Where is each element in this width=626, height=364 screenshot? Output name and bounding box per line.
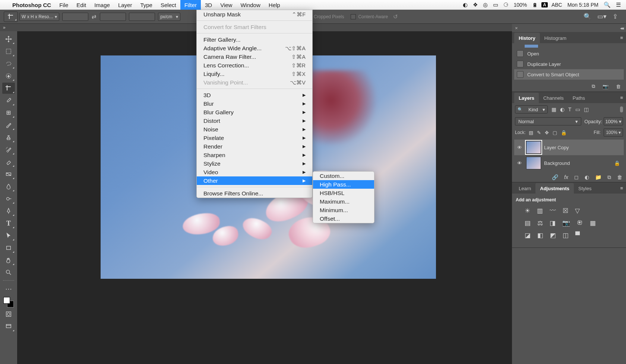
adj-vibrance-icon[interactable]: ▽ [575,207,580,215]
new-layer-icon[interactable]: ⧉ [607,174,611,181]
hand-tool[interactable] [2,255,15,266]
layer-row[interactable]: 👁 Layer Copy [514,140,624,155]
pen-tool[interactable] [2,205,15,217]
adjustment-layer-icon[interactable]: ◐ [585,174,589,180]
panel-menu-icon[interactable]: ≡ [620,95,623,100]
marquee-tool[interactable] [2,46,15,57]
panel-collapse-icon[interactable]: ◂◂ [620,25,623,31]
mi-blur-gallery[interactable]: Blur Gallery▶ [197,108,312,116]
doc-tab-overflow-icon[interactable]: » [3,25,6,30]
mi-camera-raw[interactable]: Camera Raw Filter...⇧⌘A [197,52,312,61]
airplay-icon[interactable]: ▭ [491,1,500,8]
filter-toggle[interactable] [620,106,623,112]
brush-tool[interactable] [2,119,15,131]
mi-3d[interactable]: 3D▶ [197,91,312,99]
swap-icon[interactable]: ⇄ [92,13,97,20]
crop-tool[interactable] [2,83,15,94]
filter-smart-icon[interactable]: ◫ [584,106,589,112]
dnd-icon[interactable]: ◐ [461,1,469,8]
layer-thumb[interactable] [526,141,541,154]
app-menu[interactable]: Photoshop CC [8,0,55,10]
layer-filter-kind[interactable]: Kind [515,105,548,114]
crop-res-field[interactable] [129,13,155,21]
visibility-icon[interactable]: 👁 [516,145,523,150]
adj-photo-filter-icon[interactable]: 📷 [562,219,570,227]
menu-image[interactable]: Image [90,0,114,10]
eraser-tool[interactable] [2,156,15,167]
workspace-switcher-icon[interactable]: ▭▾ [597,13,607,20]
gradient-tool[interactable] [2,169,15,180]
blur-tool[interactable] [2,181,15,192]
wifi-icon[interactable]: ⚆ [502,1,510,8]
adj-bw-icon[interactable]: ◨ [550,219,556,227]
lasso-tool[interactable] [2,58,15,69]
adj-levels-icon[interactable]: ▥ [537,207,543,215]
lock-pixels-icon[interactable]: ✎ [537,130,541,135]
menu-filter[interactable]: Filter [180,0,201,10]
menu-select[interactable]: Select [156,0,180,10]
blend-mode-combo[interactable]: Normal [515,117,581,125]
fx-icon[interactable]: fx [564,174,568,180]
menu-3d[interactable]: 3D [201,0,216,10]
adj-posterize-icon[interactable]: ◧ [537,232,543,239]
crop-width-field[interactable] [62,13,88,21]
history-state[interactable]: Convert to Smart Object [514,69,624,80]
input-source-badge[interactable]: A [541,2,548,7]
mi-offset[interactable]: Offset... [313,214,374,223]
adj-invert-icon[interactable]: ◪ [525,232,531,239]
tab-histogram[interactable]: Histogram [540,33,571,43]
dodge-tool[interactable] [2,193,15,204]
mi-lens-correction[interactable]: Lens Correction...⇧⌘R [197,61,312,70]
panel-menu-icon[interactable]: ≡ [620,185,623,191]
add-mask-icon[interactable]: ◻ [574,174,579,180]
visibility-icon[interactable]: 👁 [516,160,523,166]
quick-mask-toggle[interactable] [2,309,15,320]
layer-name[interactable]: Layer Copy [544,145,569,150]
quick-select-tool[interactable] [2,70,15,82]
adj-lut-icon[interactable]: ▦ [590,219,596,227]
history-state[interactable]: Open [514,48,624,59]
menu-type[interactable]: Type [136,0,156,10]
filter-type-icon[interactable]: T [568,106,572,112]
lock-all-icon[interactable]: 🔒 [561,130,567,135]
battery-icon[interactable]: 🔋︎ [531,2,539,8]
filter-pixel-icon[interactable]: ▦ [551,106,556,112]
mi-custom[interactable]: Custom... [313,172,374,180]
tab-adjustments[interactable]: Adjustments [535,183,574,194]
adj-curves-icon[interactable]: 〰 [550,207,556,215]
adj-exposure-icon[interactable]: ☒ [563,207,568,215]
mi-sharpen[interactable]: Sharpen▶ [197,151,312,159]
crop-height-field[interactable] [100,13,126,21]
adj-threshold-icon[interactable]: ◩ [550,232,556,239]
layer-row[interactable]: 👁 Background 🔒 [514,155,624,171]
lock-position-icon[interactable]: ✥ [545,130,549,135]
panel-menu-icon[interactable]: ≡ [620,35,623,41]
screen-mode[interactable] [2,321,15,332]
dropbox-icon[interactable]: ❖ [471,1,479,8]
lock-artboard-icon[interactable]: ▢ [553,130,557,135]
input-source[interactable]: ABC [550,2,564,8]
mi-pixelate[interactable]: Pixelate▶ [197,134,312,142]
tab-paths[interactable]: Paths [568,93,589,103]
layer-name[interactable]: Background [544,160,570,166]
delete-state-icon[interactable]: 🗑 [616,84,621,89]
adj-brightness-icon[interactable]: ☀ [525,207,530,215]
tab-channels[interactable]: Channels [539,93,568,103]
healing-brush-tool[interactable] [2,107,15,118]
filter-shape-icon[interactable]: ▭ [575,106,580,112]
type-tool[interactable]: T [2,218,15,229]
tab-styles[interactable]: Styles [574,183,596,194]
zoom-tool[interactable] [2,267,15,278]
mi-distort[interactable]: Distort▶ [197,116,312,125]
crop-unit-combo[interactable]: px/cm [158,13,180,21]
opacity-field[interactable]: 100% [604,117,623,125]
menu-file[interactable]: File [55,0,72,10]
menu-view[interactable]: View [216,0,236,10]
adj-balance-icon[interactable]: ⚖ [537,219,543,227]
mi-other[interactable]: Other▶ [197,176,312,185]
move-tool[interactable] [2,33,15,45]
link-layers-icon[interactable]: 🔗 [552,174,558,180]
adj-mixer-icon[interactable]: ֍ [577,219,583,227]
adj-hue-icon[interactable]: ▤ [525,219,531,227]
color-swatches[interactable] [3,297,14,307]
